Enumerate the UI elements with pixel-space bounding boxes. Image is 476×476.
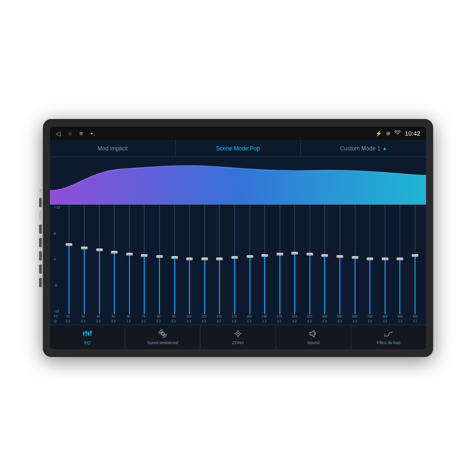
mode-custom[interactable]: Custom Mode 1 ▲ bbox=[301, 140, 426, 157]
freq-fc-50: 50 bbox=[112, 314, 115, 318]
nav-item-sunet[interactable]: Sunet ambiental bbox=[125, 325, 200, 349]
slider-col-275[interactable] bbox=[273, 205, 287, 314]
slider-thumb-125[interactable] bbox=[201, 258, 208, 260]
slider-col-200[interactable] bbox=[243, 205, 257, 314]
location-icon: ⊕ bbox=[386, 130, 390, 137]
slider-thumb-600[interactable] bbox=[352, 256, 358, 259]
slider-thumb-435[interactable] bbox=[321, 254, 328, 257]
slider-thumb-150[interactable] bbox=[216, 258, 223, 260]
freq-q-80: 2.2 bbox=[157, 319, 161, 323]
freq-q-70: 2.2 bbox=[141, 319, 146, 323]
slider-col-80[interactable] bbox=[152, 205, 167, 314]
sliders-section: +12 6 0 -6 -12 bbox=[50, 205, 426, 314]
freq-q-150: 2.2 bbox=[217, 319, 221, 323]
home-button[interactable]: ○ bbox=[68, 130, 72, 137]
freq-label-col-70: 702.2 bbox=[137, 314, 151, 323]
slider-col-500[interactable] bbox=[333, 205, 347, 314]
slider-thumb-235[interactable] bbox=[261, 254, 268, 257]
slider-thumb-375[interactable] bbox=[307, 253, 313, 256]
scale-plus12: +12 bbox=[54, 206, 60, 209]
slider-thumb-800[interactable] bbox=[382, 258, 388, 260]
nav-label-zona: ZONA bbox=[232, 340, 244, 345]
slider-col-20[interactable] bbox=[62, 205, 77, 314]
slider-col-175[interactable] bbox=[228, 205, 242, 314]
slider-col-375[interactable] bbox=[303, 205, 317, 314]
slider-col-125[interactable] bbox=[198, 205, 212, 314]
freq-fc-150: 150 bbox=[217, 314, 222, 318]
slider-track-435 bbox=[324, 205, 325, 314]
slider-col-315[interactable] bbox=[288, 205, 302, 314]
freq-fc-175: 175 bbox=[231, 314, 237, 318]
slider-thumb-175[interactable] bbox=[231, 256, 238, 259]
status-right: ⚡ ⊕ 10:42 bbox=[376, 130, 420, 137]
slider-track-20 bbox=[69, 205, 69, 314]
slider-thumb-95[interactable] bbox=[171, 256, 178, 259]
slider-thumb-40[interactable] bbox=[96, 248, 103, 251]
side-btn-5[interactable] bbox=[39, 265, 42, 274]
slider-thumb-60[interactable] bbox=[126, 253, 133, 256]
freq-q-920: 2.2 bbox=[413, 319, 417, 323]
slider-track-125 bbox=[204, 205, 205, 314]
freq-label-col-800: 8002.2 bbox=[378, 314, 392, 323]
slider-thumb-275[interactable] bbox=[277, 253, 283, 256]
slider-col-30[interactable] bbox=[77, 205, 91, 314]
slider-thumb-315[interactable] bbox=[291, 252, 298, 255]
slider-col-920[interactable] bbox=[408, 205, 422, 314]
freq-q-435: 2.2 bbox=[323, 319, 327, 323]
app-button[interactable]: ▪ bbox=[90, 130, 93, 137]
side-btn-6[interactable] bbox=[39, 278, 42, 288]
slider-thumb-20[interactable] bbox=[66, 243, 72, 246]
slider-col-150[interactable] bbox=[213, 205, 227, 314]
slider-col-70[interactable] bbox=[138, 205, 152, 314]
freq-q-175: 2.2 bbox=[232, 319, 236, 323]
slider-track-40 bbox=[99, 205, 100, 314]
slider-col-600[interactable] bbox=[348, 205, 362, 314]
mode-implicit[interactable]: Mod implicit bbox=[50, 140, 176, 157]
slider-fill-50 bbox=[114, 251, 115, 315]
slider-col-40[interactable] bbox=[92, 205, 107, 314]
slider-track-30 bbox=[84, 205, 85, 314]
freq-label-col-30: 302.2 bbox=[76, 314, 90, 323]
slider-thumb-50[interactable] bbox=[111, 251, 118, 254]
nav-item-zona[interactable]: ZONA bbox=[200, 325, 276, 349]
slider-col-95[interactable] bbox=[168, 205, 182, 314]
side-btn-3[interactable] bbox=[39, 238, 42, 248]
slider-col-50[interactable] bbox=[107, 205, 121, 314]
freq-label-col-600: 6002.2 bbox=[348, 314, 362, 323]
slider-col-700[interactable] bbox=[363, 205, 377, 314]
slider-thumb-110[interactable] bbox=[186, 258, 193, 260]
side-btn-1[interactable] bbox=[39, 198, 42, 207]
nav-item-eq[interactable]: EQ bbox=[50, 325, 125, 349]
svg-line-17 bbox=[388, 332, 390, 336]
slider-thumb-80[interactable] bbox=[156, 255, 163, 258]
slider-col-800[interactable] bbox=[378, 205, 392, 314]
menu-button[interactable]: ≡ bbox=[79, 130, 83, 137]
slider-col-435[interactable] bbox=[318, 205, 332, 314]
freq-q-235: 2.2 bbox=[262, 319, 267, 323]
slider-col-860[interactable] bbox=[393, 205, 407, 314]
nav-item-sound[interactable]: Sound bbox=[276, 325, 351, 349]
slider-col-110[interactable] bbox=[182, 205, 197, 314]
slider-thumb-30[interactable] bbox=[81, 247, 88, 249]
slider-thumb-500[interactable] bbox=[337, 255, 343, 258]
freq-label-col-860: 8602.2 bbox=[393, 314, 407, 323]
status-time: 10:42 bbox=[405, 130, 420, 137]
slider-thumb-860[interactable] bbox=[397, 258, 403, 260]
side-btn-4[interactable] bbox=[39, 251, 42, 261]
slider-thumb-700[interactable] bbox=[367, 258, 373, 260]
mode-scene[interactable]: Scene Mode:Pop bbox=[176, 140, 301, 157]
freq-label-col-40: 402.2 bbox=[91, 314, 106, 323]
nav-item-filtru[interactable]: Filtru de bas bbox=[351, 325, 426, 349]
freq-fc-500: 500 bbox=[337, 314, 342, 318]
status-bar: ◁ ○ ≡ ▪ ⚡ ⊕ 10:42 bbox=[50, 127, 426, 140]
slider-col-60[interactable] bbox=[122, 205, 137, 314]
freq-label-col-110: 1102.2 bbox=[182, 314, 196, 323]
back-button[interactable]: ◁ bbox=[56, 130, 60, 137]
slider-thumb-200[interactable] bbox=[247, 255, 253, 258]
freq-label-col-125: 1252.2 bbox=[197, 314, 211, 323]
freq-q-700: 2.2 bbox=[368, 319, 372, 323]
slider-thumb-70[interactable] bbox=[141, 254, 148, 257]
side-btn-2[interactable] bbox=[39, 225, 42, 234]
slider-thumb-920[interactable] bbox=[412, 254, 418, 257]
slider-col-235[interactable] bbox=[258, 205, 272, 314]
